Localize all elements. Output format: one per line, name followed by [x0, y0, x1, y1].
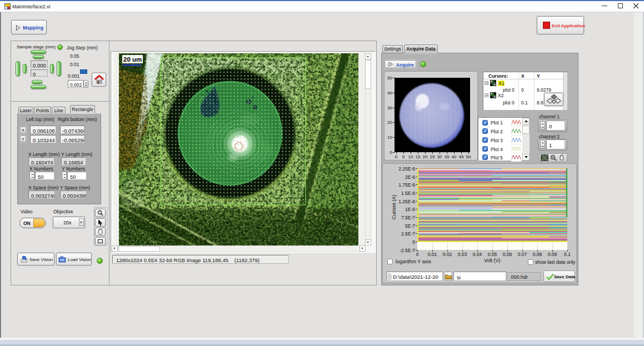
svg-text:20 um: 20 um	[123, 56, 142, 63]
